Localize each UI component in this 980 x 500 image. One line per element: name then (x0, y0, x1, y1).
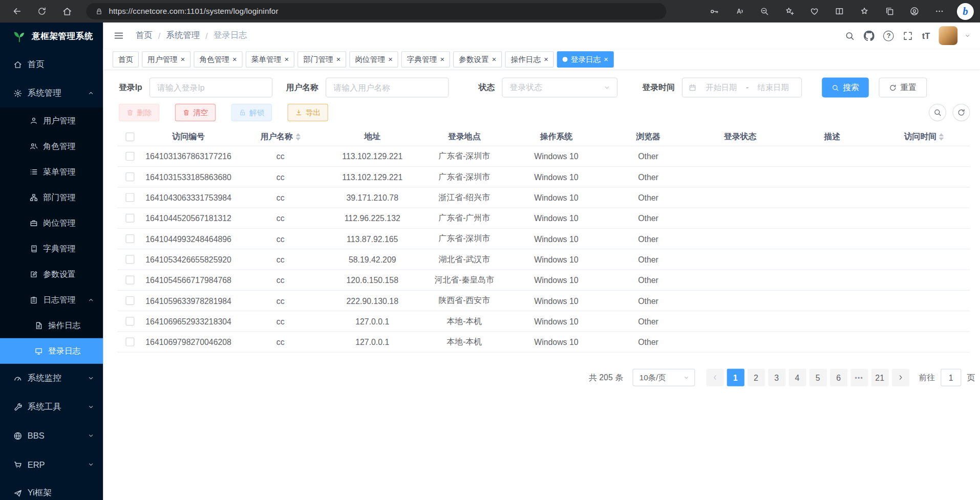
tab-post-manage[interactable]: 岗位管理× (349, 51, 398, 68)
help-icon[interactable]: ? (883, 30, 894, 41)
page-button-1[interactable]: 1 (727, 369, 744, 386)
sidebar-item-home[interactable]: 首页 (0, 50, 103, 79)
table-row[interactable]: 1641059633978281984cc222.90.130.18陕西省-西安… (117, 291, 970, 311)
home-button[interactable] (57, 2, 76, 21)
tab-operation-log[interactable]: 操作日志× (505, 51, 553, 68)
delete-button[interactable]: 删除 (119, 104, 159, 121)
tab-param-settings[interactable]: 参数设置× (453, 51, 502, 68)
reload-button[interactable] (32, 2, 51, 21)
site-security-icon[interactable] (95, 7, 103, 15)
tab-user-manage[interactable]: 用户管理× (142, 51, 190, 68)
add-favorite-button[interactable] (781, 3, 798, 20)
browser-essentials-button[interactable] (805, 3, 823, 20)
goto-page-input[interactable] (941, 369, 961, 386)
sidebar-item-system-monitor[interactable]: 系统监控 (0, 364, 103, 393)
tab-close-icon[interactable]: × (544, 56, 548, 63)
breadcrumb-item[interactable]: 登录日志 (214, 30, 247, 41)
app-logo[interactable]: 意框架管理系统 (0, 23, 103, 50)
sidebar-item-erp[interactable]: ERP (0, 450, 103, 479)
row-checkbox[interactable] (125, 234, 134, 243)
sidebar-item-post-manage[interactable]: 岗位管理 (0, 210, 103, 235)
page-button-3[interactable]: 3 (768, 369, 785, 386)
sort-caret-icon[interactable] (939, 133, 944, 141)
row-checkbox[interactable] (125, 317, 134, 325)
unlock-button[interactable]: 解锁 (231, 104, 272, 121)
sidebar-item-role-manage[interactable]: 角色管理 (0, 133, 103, 159)
back-button[interactable] (8, 2, 27, 21)
prev-page-button[interactable] (706, 369, 723, 386)
page-button-21[interactable]: 21 (871, 369, 888, 386)
tab-menu-manage[interactable]: 菜单管理× (246, 51, 294, 68)
sidebar-item-login-log[interactable]: 登录日志 (0, 338, 103, 364)
sidebar-item-param-settings[interactable]: 参数设置 (0, 262, 103, 287)
export-button[interactable]: 导出 (288, 104, 328, 121)
sidebar-item-log-manage[interactable]: 日志管理 (0, 287, 103, 313)
table-row[interactable]: 1641031367863177216cc113.102.129.221广东省-… (117, 146, 970, 167)
row-checkbox[interactable] (125, 152, 134, 161)
row-checkbox[interactable] (125, 296, 134, 305)
address-bar[interactable]: https://ccnetcore.com:1101/system/log/lo… (86, 3, 666, 19)
tab-dict-manage[interactable]: 字典管理× (401, 51, 450, 68)
zoom-button[interactable] (756, 3, 773, 20)
page-button-4[interactable]: 4 (789, 369, 806, 386)
settings-menu-button[interactable] (931, 3, 948, 20)
login-time-range-picker[interactable]: 开始日期 - 结束日期 (681, 77, 801, 97)
tab-close-icon[interactable]: × (604, 56, 608, 63)
tab-close-icon[interactable]: × (232, 56, 237, 63)
table-row[interactable]: 1641069652933218304cc127.0.0.1本地-本机Windo… (117, 311, 970, 332)
sidebar-item-yi-framework[interactable]: Yi框架 (0, 479, 103, 500)
sidebar-item-menu-manage[interactable]: 菜单管理 (0, 159, 103, 184)
tab-close-icon[interactable]: × (388, 56, 393, 63)
breadcrumb-item[interactable]: 系统管理 (166, 30, 200, 41)
user-name-input[interactable] (325, 77, 448, 97)
user-menu-caret-icon[interactable] (964, 32, 971, 39)
column-user-name[interactable]: 用户名称 (235, 131, 327, 142)
show-search-button[interactable] (929, 104, 946, 121)
status-select[interactable]: 登录状态 (502, 77, 617, 97)
page-button-5[interactable]: 5 (809, 369, 826, 386)
tab-home[interactable]: 首页 (113, 51, 139, 68)
row-checkbox[interactable] (125, 214, 134, 223)
row-checkbox[interactable] (125, 193, 134, 202)
column-visit-time[interactable]: 访问时间 (878, 131, 970, 142)
sidebar-item-operation-log[interactable]: 操作日志 (0, 313, 103, 338)
split-screen-button[interactable] (830, 3, 848, 20)
clear-button[interactable]: 清空 (175, 104, 216, 121)
table-row[interactable]: 1641044993248464896cc113.87.92.165广东省-深圳… (117, 229, 970, 249)
user-avatar[interactable] (939, 26, 957, 45)
row-checkbox[interactable] (125, 172, 134, 181)
page-size-select[interactable]: 10条/页 (632, 369, 695, 386)
sidebar-item-system-manage[interactable]: 系统管理 (0, 79, 103, 107)
page-ellipsis[interactable]: ••• (850, 369, 868, 386)
tab-close-icon[interactable]: × (336, 56, 341, 63)
table-row[interactable]: 1641054566717984768cc120.6.150.158河北省-秦皇… (117, 270, 970, 291)
fullscreen-icon[interactable] (903, 30, 913, 41)
bing-button[interactable]: b (957, 3, 974, 19)
tab-close-icon[interactable]: × (440, 56, 444, 63)
row-checkbox[interactable] (125, 276, 134, 285)
next-page-button[interactable] (891, 369, 909, 386)
table-row[interactable]: 1641043063331753984cc39.171.210.78浙江省-绍兴… (117, 187, 970, 208)
sidebar-item-system-tools[interactable]: 系统工具 (0, 393, 103, 421)
tab-login-log[interactable]: 登录日志× (557, 51, 614, 68)
profile-button[interactable] (906, 3, 923, 20)
sort-caret-icon[interactable] (295, 133, 301, 141)
breadcrumb-item[interactable]: 首页 (136, 30, 153, 41)
table-row[interactable]: 1641031533185863680cc113.102.129.221广东省-… (117, 167, 970, 187)
font-size-icon[interactable]: tT (922, 31, 930, 40)
tab-close-icon[interactable]: × (181, 56, 185, 63)
select-all-checkbox[interactable] (125, 132, 134, 141)
sidebar-item-user-manage[interactable]: 用户管理 (0, 107, 103, 133)
sidebar-item-dict-manage[interactable]: 字典管理 (0, 235, 103, 261)
table-row[interactable]: 1641069798270046208cc127.0.0.1本地-本机Windo… (117, 332, 970, 353)
passwords-button[interactable] (706, 3, 723, 20)
collections-button[interactable] (881, 3, 898, 20)
row-checkbox[interactable] (125, 338, 134, 346)
table-row[interactable]: 1641044520567181312cc112.96.225.132广东省-广… (117, 208, 970, 229)
tab-close-icon[interactable]: × (284, 56, 289, 63)
favorites-button[interactable] (856, 3, 873, 20)
tab-close-icon[interactable]: × (492, 56, 497, 63)
tab-dept-manage[interactable]: 部门管理× (297, 51, 346, 68)
sidebar-item-bbs[interactable]: BBS (0, 421, 103, 450)
page-button-2[interactable]: 2 (747, 369, 764, 386)
